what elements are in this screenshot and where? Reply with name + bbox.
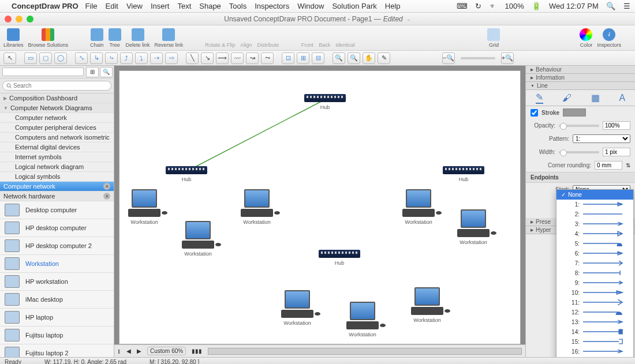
- minimize-window-icon[interactable]: [16, 16, 23, 22]
- page-prev-icon[interactable]: ◀: [126, 348, 131, 354]
- hub-node[interactable]: Hub: [443, 166, 484, 182]
- section-behaviour[interactable]: ▶Behaviour: [526, 66, 635, 74]
- libraries-button[interactable]: Libraries: [3, 28, 24, 48]
- identical-button[interactable]: Identical: [335, 28, 355, 48]
- dropdown-item[interactable]: 13:: [556, 317, 633, 327]
- list-item[interactable]: HP desktop computer 2: [0, 237, 114, 255]
- rounded-rect-tool[interactable]: ▢: [39, 52, 52, 64]
- inspectors-button[interactable]: iInspectors: [597, 28, 621, 48]
- pattern-select[interactable]: 1:: [573, 134, 630, 143]
- workstation-node[interactable]: Workstation: [411, 287, 443, 323]
- workstation-node[interactable]: Workstation: [457, 209, 490, 245]
- zoom-out-tool[interactable]: 🔍: [348, 52, 360, 64]
- dropdown-item[interactable]: 14:: [556, 327, 633, 337]
- dropdown-item[interactable]: 8:: [556, 268, 633, 278]
- close-lib-icon[interactable]: ✕: [103, 183, 110, 190]
- opacity-slider[interactable]: [559, 125, 599, 127]
- eyedropper-tool[interactable]: ✎: [378, 52, 390, 64]
- close-window-icon[interactable]: [5, 16, 12, 22]
- connector-tool-4[interactable]: ⤴: [120, 52, 133, 64]
- dropdown-item[interactable]: 4:: [556, 229, 633, 239]
- tree-composition-dashboard[interactable]: ▶Composition Dashboard: [0, 93, 114, 103]
- menu-help[interactable]: Help: [385, 2, 401, 10]
- connector-tool-5[interactable]: ⤵: [135, 52, 148, 64]
- sidebar-filter-input[interactable]: [2, 67, 84, 76]
- menu-tools[interactable]: Tools: [229, 2, 246, 10]
- width-input[interactable]: [603, 148, 630, 156]
- distribute-button[interactable]: Distribute: [257, 28, 279, 48]
- connector-tool-2[interactable]: ↳: [90, 52, 103, 64]
- zoom-plus[interactable]: +🔍: [501, 52, 514, 64]
- scroll-handle-icon[interactable]: ⫿: [118, 348, 121, 354]
- opacity-input[interactable]: [603, 121, 630, 130]
- dropdown-item[interactable]: 1:: [556, 200, 633, 209]
- workstation-node[interactable]: Workstation: [281, 290, 313, 326]
- browse-solutions-button[interactable]: Browse Solutions: [28, 28, 69, 48]
- workstation-node[interactable]: Workstation: [402, 189, 435, 225]
- node-tool-1[interactable]: ⊡: [282, 52, 294, 64]
- hub-node[interactable]: Hub: [319, 250, 360, 266]
- corner-stepper-icon[interactable]: ⇅: [626, 162, 630, 168]
- hub-node[interactable]: Hub: [166, 166, 207, 182]
- connector-tool-1[interactable]: ⤡: [75, 52, 88, 64]
- dropdown-item[interactable]: 6:: [556, 249, 633, 258]
- line-tool-6[interactable]: ⤳: [261, 52, 274, 64]
- front-button[interactable]: Front: [301, 28, 313, 48]
- selected-lib-computer-network[interactable]: Computer network✕: [0, 182, 114, 192]
- dropdown-item[interactable]: 12:: [556, 307, 633, 317]
- sidebar-search-icon[interactable]: 🔍: [100, 67, 113, 77]
- dropdown-item[interactable]: 16:: [556, 347, 633, 357]
- chain-button[interactable]: Chain: [90, 28, 104, 48]
- rotate-flip-button[interactable]: Rotate & Flip: [205, 28, 235, 48]
- dropdown-none[interactable]: ✓None: [556, 190, 633, 200]
- list-item[interactable]: Desktop computer: [0, 201, 114, 219]
- ellipse-tool[interactable]: ◯: [54, 52, 67, 64]
- drawing-canvas[interactable]: HubHubHubHubWorkstationWorkstationWorkst…: [119, 70, 521, 344]
- page-next-icon[interactable]: ▶: [137, 348, 141, 354]
- tab-pen-icon[interactable]: ✎: [536, 92, 543, 104]
- dropdown-item[interactable]: 9:: [556, 278, 633, 288]
- section-line[interactable]: ▼Line: [526, 82, 635, 90]
- page-tabs-icon[interactable]: ▮▮▮: [192, 348, 202, 354]
- workstation-node[interactable]: Workstation: [346, 302, 379, 337]
- connector-tool-3[interactable]: ⤷: [105, 52, 118, 64]
- dropdown-item[interactable]: 7:: [556, 258, 633, 268]
- timemachine-icon[interactable]: ↻: [475, 2, 481, 10]
- tab-fill-icon[interactable]: ▦: [591, 92, 600, 103]
- rect-tool[interactable]: ▭: [24, 52, 37, 64]
- tree-item[interactable]: Logical symbols: [0, 172, 114, 182]
- menu-shape[interactable]: Shape: [199, 2, 221, 10]
- hub-node[interactable]: Hub: [304, 94, 346, 110]
- selected-lib-network-hardware[interactable]: Network hardware✕: [0, 192, 114, 201]
- line-tool-5[interactable]: ↝: [246, 52, 259, 64]
- workstation-node[interactable]: Workstation: [128, 189, 160, 225]
- menu-edit[interactable]: Edit: [106, 2, 118, 10]
- tree-item[interactable]: External digital devices: [0, 142, 114, 152]
- battery-icon[interactable]: 🔋: [532, 2, 541, 10]
- dropdown-item[interactable]: 15:: [556, 337, 633, 347]
- width-slider[interactable]: [559, 151, 599, 153]
- menu-file[interactable]: File: [85, 2, 98, 10]
- list-item[interactable]: HP workstation: [0, 273, 114, 291]
- menu-window[interactable]: Window: [297, 2, 324, 10]
- tree-item[interactable]: Logical network diagram: [0, 162, 114, 172]
- dropdown-item[interactable]: 5:: [556, 239, 633, 249]
- sidebar-grid-icon[interactable]: ⊞: [86, 67, 99, 77]
- workstation-node[interactable]: Workstation: [182, 221, 214, 257]
- menu-text[interactable]: Text: [177, 2, 191, 10]
- color-button[interactable]: Color: [580, 28, 592, 48]
- tree-item[interactable]: Computers and network isometric: [0, 133, 114, 142]
- tree-button[interactable]: Tree: [109, 28, 121, 48]
- reverse-link-button[interactable]: Reverse link: [155, 28, 184, 48]
- stroke-checkbox[interactable]: [531, 109, 538, 117]
- dropdown-item[interactable]: 11:: [556, 298, 633, 307]
- list-item[interactable]: Fujitsu laptop 2: [0, 344, 114, 357]
- line-tool-4[interactable]: 〰: [231, 52, 244, 64]
- zoom-slider[interactable]: [461, 57, 495, 59]
- corner-input[interactable]: [595, 161, 622, 170]
- list-item[interactable]: HP laptop: [0, 309, 114, 327]
- horizontal-scrollbar[interactable]: [208, 348, 522, 355]
- node-tool-3[interactable]: ⊟: [312, 52, 324, 64]
- dropdown-item[interactable]: 10:: [556, 288, 633, 298]
- tab-text-icon[interactable]: A: [619, 93, 626, 103]
